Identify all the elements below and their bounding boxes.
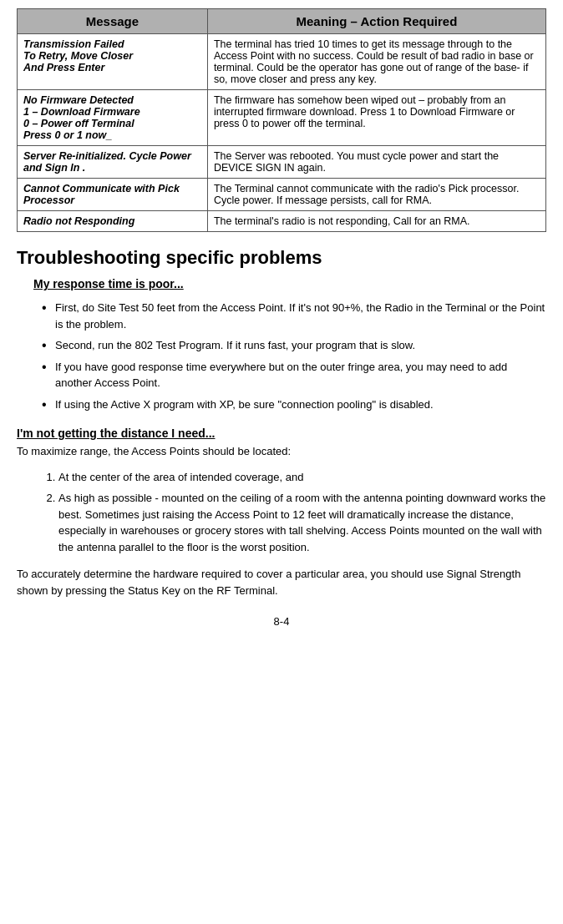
list-item: At the center of the area of intended co… bbox=[58, 467, 546, 488]
list-item: As high as possible - mounted on the cei… bbox=[58, 487, 546, 558]
section-title: Troubleshooting specific problems bbox=[17, 247, 546, 269]
table-row: No Firmware Detected1 – Download Firmwar… bbox=[18, 90, 208, 146]
table-row-meaning: The Terminal cannot communicate with the… bbox=[207, 179, 545, 211]
sub-section-response-time: My response time is poor... First, do Si… bbox=[17, 277, 546, 415]
list-item: Second, run the 802 Test Program. If it … bbox=[42, 335, 546, 356]
table-row-meaning: The terminal has tried 10 times to get i… bbox=[207, 34, 545, 90]
list-item: If you have good response time everywher… bbox=[42, 356, 546, 394]
distance-list: At the center of the area of intended co… bbox=[58, 467, 546, 558]
messages-table: Message Meaning – Action Required Transm… bbox=[17, 8, 546, 232]
distance-intro: To maximize range, the Access Points sho… bbox=[17, 443, 546, 460]
col1-header: Message bbox=[18, 9, 208, 34]
table-row: Cannot Communicate with Pick Processor bbox=[18, 179, 208, 211]
table-row: Transmission FailedTo Retry, Move Closer… bbox=[18, 34, 208, 90]
table-row: Server Re-initialized. Cycle Power and S… bbox=[18, 146, 208, 179]
col2-header: Meaning – Action Required bbox=[207, 9, 545, 34]
response-time-bullets: First, do Site Test 50 feet from the Acc… bbox=[42, 297, 546, 415]
distance-closing: To accurately determine the hardware req… bbox=[17, 566, 546, 598]
list-item: First, do Site Test 50 feet from the Acc… bbox=[42, 297, 546, 335]
sub-heading-distance: I'm not getting the distance I need... bbox=[17, 427, 546, 440]
page-number: 8-4 bbox=[17, 615, 546, 628]
list-item: If using the Active X program with XP, b… bbox=[42, 394, 546, 416]
table-row-meaning: The firmware has somehow been wiped out … bbox=[207, 90, 545, 146]
table-row-meaning: The Server was rebooted. You must cycle … bbox=[207, 146, 545, 179]
sub-section-distance: I'm not getting the distance I need... T… bbox=[17, 427, 546, 598]
table-row: Radio not Responding bbox=[18, 211, 208, 232]
sub-heading-response-time: My response time is poor... bbox=[33, 277, 546, 290]
table-row-meaning: The terminal's radio is not responding, … bbox=[207, 211, 545, 232]
